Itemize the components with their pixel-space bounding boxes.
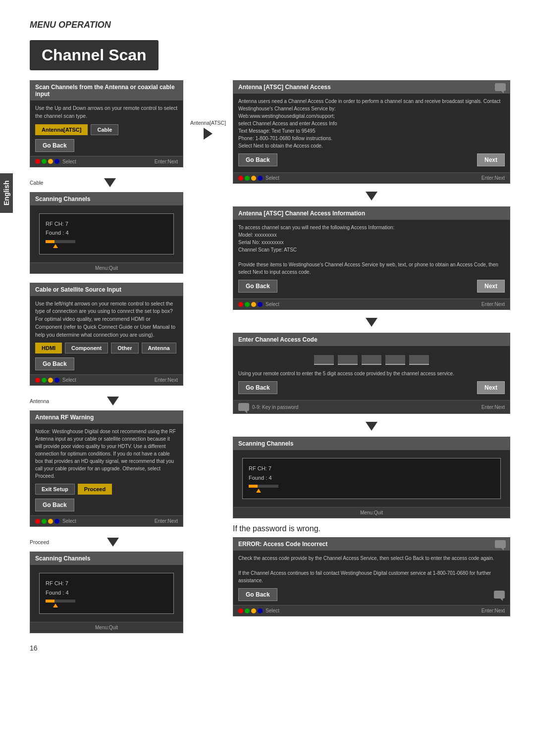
page-number: 16 — [30, 644, 38, 652]
next-button-r2[interactable]: Next — [477, 280, 505, 293]
scan-progress-2 — [46, 600, 75, 603]
access-code-fields — [238, 355, 505, 365]
scanning-channels-panel-r: Scanning Channels RF CH: 7 Found : 4 — [233, 437, 510, 518]
atsc-channel-access-panel: Antenna [ATSC] Channel Access Antenna us… — [233, 80, 510, 184]
enter-access-code-body: Using your remote control to enter the 5… — [238, 370, 505, 377]
go-back-button-r5[interactable]: Go Back — [238, 588, 277, 601]
menu-operation-title: MENU OPERATION — [30, 20, 510, 30]
go-back-button-panel3[interactable]: Go Back — [35, 357, 74, 370]
cable-satellite-header: Cable or Satellite Source Input — [30, 283, 183, 296]
scan-channels-body: Use the Up and Down arrows on your remot… — [35, 104, 178, 120]
atsc-access-info-body: To access channel scan you will need the… — [238, 224, 505, 276]
message-icon-r5 — [495, 540, 506, 549]
menu-quit-r: Menu:Quit — [360, 510, 383, 515]
key-icons-panel1: Select — [35, 159, 76, 164]
code-seg-1 — [314, 355, 334, 365]
menu-quit-2: Menu:Quit — [95, 625, 118, 630]
enter-next-label-p3: Enter:Next — [155, 377, 178, 383]
scan-progress-r — [249, 485, 278, 488]
menu-quit-1: Menu:Quit — [95, 265, 118, 271]
antenna-atsc-button[interactable]: Antenna[ATSC] — [35, 124, 88, 135]
message-icon-r1 — [495, 83, 506, 92]
antenna-rf-warning-header: Antenna RF Warning — [30, 411, 183, 424]
scan-inner-r: RF CH: 7 Found : 4 — [242, 458, 501, 499]
antenna-button[interactable]: Antenna — [142, 343, 176, 353]
code-seg-3 — [362, 355, 381, 365]
code-seg-4 — [385, 355, 405, 365]
arrow-down-r3 — [366, 422, 377, 431]
next-button-r1[interactable]: Next — [477, 153, 505, 166]
atsc-connector-label: Antenna[ATSC] — [190, 120, 226, 126]
proceed-button[interactable]: Proceed — [78, 484, 112, 495]
atsc-access-info-header: Antenna [ATSC] Channel Access Informatio… — [233, 207, 510, 220]
antenna-rf-warning-panel: Antenna RF Warning Notice: Westinghouse … — [30, 410, 183, 527]
cable-satellite-body: Use the left/right arrows on your remote… — [35, 300, 178, 339]
next-button-r3[interactable]: Next — [477, 381, 505, 394]
enter-next-label-r3: Enter:Next — [482, 404, 505, 410]
scanning-channels-panel-1: Scanning Channels RF CH: 7 Found : 4 — [30, 192, 183, 274]
other-button[interactable]: Other — [111, 343, 138, 353]
go-back-button-r3[interactable]: Go Back — [238, 381, 277, 394]
scan-progress-1 — [46, 240, 75, 243]
message-icon-r3 — [238, 403, 249, 411]
proceed-label: Proceed — [30, 539, 49, 545]
key-icons-r1: Select — [238, 175, 279, 181]
enter-access-code-panel: Enter Channel Access Code Using your rem… — [233, 333, 510, 414]
key-icons-r5: Select — [238, 608, 279, 613]
enter-access-code-header: Enter Channel Access Code — [233, 333, 510, 346]
channel-scan-heading: Channel Scan — [30, 40, 159, 70]
component-button[interactable]: Component — [65, 343, 108, 353]
go-back-button-panel1[interactable]: Go Back — [35, 139, 74, 152]
error-access-code-body: Check the access code provide by the Cha… — [238, 554, 505, 584]
cable-button[interactable]: Cable — [91, 124, 118, 135]
key-icons-panel3: Select — [35, 377, 76, 383]
scanning-channels-header-r: Scanning Channels — [233, 437, 510, 450]
arrow-down-r2 — [366, 318, 377, 327]
exit-setup-button[interactable]: Exit Setup — [35, 484, 75, 495]
key-icons-r2: Select — [238, 302, 279, 307]
key-in-password-label: 0-9: Key in password — [252, 404, 298, 410]
code-seg-5 — [409, 355, 429, 365]
arrow-down-2 — [107, 397, 119, 405]
hdmi-button[interactable]: HDMI — [35, 343, 62, 353]
scan-pointer-2 — [53, 604, 58, 607]
atsc-channel-access-body: Antenna users need a Channel Access Code… — [238, 98, 505, 150]
antenna-rf-warning-body: Notice: Westinghouse Digital dose not re… — [35, 428, 178, 480]
atsc-access-info-panel: Antenna [ATSC] Channel Access Informatio… — [233, 206, 510, 310]
code-seg-2 — [338, 355, 358, 365]
key-icons-panel4: Select — [35, 518, 76, 524]
scanning-channels-header-1: Scanning Channels — [30, 193, 183, 205]
message-icon-r5b — [494, 591, 505, 599]
if-wrong-text: If the password is wrong. — [233, 524, 510, 533]
cable-label: Cable — [30, 180, 43, 186]
rf-ch-label-2: RF CH: 7 — [46, 579, 68, 588]
go-back-button-panel4[interactable]: Go Back — [35, 499, 74, 511]
scan-pointer-1 — [53, 244, 58, 248]
arrow-down-3 — [107, 538, 119, 547]
arrow-right-main — [204, 128, 213, 140]
scan-pointer-r — [256, 489, 261, 493]
cable-satellite-panel: Cable or Satellite Source Input Use the … — [30, 283, 183, 386]
enter-next-label-r2: Enter:Next — [482, 302, 505, 307]
scan-channels-panel: Scan Channels from the Antenna or coaxia… — [30, 80, 183, 167]
error-access-code-panel: ERROR: Access Code Incorrect Check the a… — [233, 537, 510, 616]
atsc-channel-access-header: Antenna [ATSC] Channel Access — [233, 81, 510, 94]
enter-next-label-r1: Enter:Next — [482, 175, 505, 181]
found-label-r: Found : 4 — [249, 474, 272, 482]
go-back-button-r2[interactable]: Go Back — [238, 280, 277, 293]
scanning-channels-panel-2: Scanning Channels RF CH: 7 Found : 4 — [30, 552, 183, 633]
scan-inner-2: RF CH: 7 Found : 4 — [39, 573, 174, 614]
scanning-channels-header-2: Scanning Channels — [30, 552, 183, 565]
found-label-2: Found : 4 — [46, 589, 69, 597]
rf-ch-label-1: RF CH: 7 — [46, 220, 68, 228]
enter-next-label-p4: Enter:Next — [155, 518, 178, 524]
error-access-code-header: ERROR: Access Code Incorrect — [233, 538, 510, 551]
found-label-1: Found : 4 — [46, 229, 69, 237]
go-back-button-r1[interactable]: Go Back — [238, 153, 277, 166]
enter-next-label-r5: Enter:Next — [482, 608, 505, 613]
scan-inner-1: RF CH: 7 Found : 4 — [39, 213, 174, 254]
arrow-down-1 — [104, 178, 116, 187]
rf-ch-label-r: RF CH: 7 — [249, 464, 271, 473]
arrow-down-r1 — [366, 192, 377, 201]
scan-channels-header: Scan Channels from the Antenna or coaxia… — [30, 81, 183, 101]
